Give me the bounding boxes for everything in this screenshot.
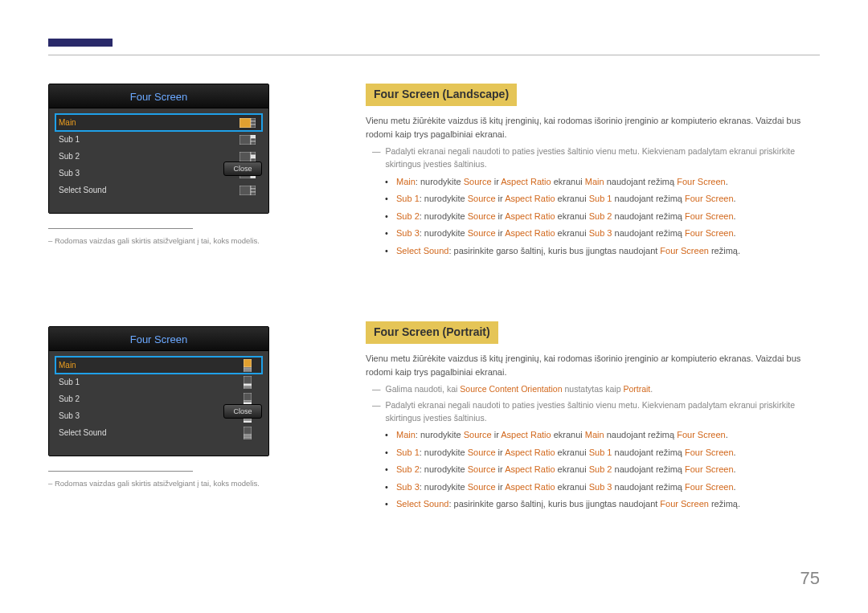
osd-row-label: Main	[55, 118, 152, 127]
svg-rect-2	[251, 121, 256, 125]
note-text: – Rodomas vaizdas gali skirtis atsižvelg…	[48, 236, 260, 245]
layout-sound-portrait-icon	[238, 427, 257, 439]
svg-rect-6	[251, 138, 256, 141]
divider	[48, 55, 820, 55]
bullet-item: Sub 3: nurodykite Source ir Aspect Ratio…	[385, 480, 820, 494]
svg-rect-23	[244, 370, 252, 372]
svg-rect-17	[251, 186, 256, 189]
left-note: – Rodomas vaizdas gali skirtis atsižvelg…	[48, 471, 269, 488]
note: ― Galima naudoti, kai Source Content Ori…	[372, 383, 820, 396]
bullet-item: Sub 1: nurodykite Source ir Aspect Ratio…	[385, 446, 820, 460]
osd-row-select-sound[interactable]: Select Sound	[55, 424, 262, 441]
close-button[interactable]: Close	[223, 161, 262, 176]
bullet-item: Main: nurodykite Source ir Aspect Ratio …	[385, 175, 820, 189]
section-title: Four Screen (Portrait)	[366, 321, 498, 344]
bullet-list: Main: nurodykite Source ir Aspect Ratio …	[385, 428, 820, 511]
svg-rect-34	[244, 419, 252, 421]
svg-rect-36	[244, 427, 252, 435]
svg-rect-24	[244, 376, 252, 384]
svg-rect-39	[244, 438, 252, 439]
osd-row-label: Select Sound	[55, 428, 152, 437]
svg-rect-18	[251, 189, 256, 192]
section-title: Four Screen (Landscape)	[366, 84, 517, 106]
osd-title: Four Screen	[49, 84, 268, 108]
osd-row-label: Main	[55, 361, 152, 370]
osd-row-sub1[interactable]: Sub 1	[55, 131, 262, 148]
svg-rect-26	[244, 386, 252, 387]
page-number: 75	[800, 568, 820, 589]
svg-rect-10	[251, 155, 256, 158]
layout-main-portrait-icon	[238, 360, 257, 371]
section-intro: Vienu metu žiūrėkite vaizdus iš kitų įre…	[366, 352, 820, 378]
bullet-item: Sub 2: nurodykite Source ir Aspect Ratio…	[385, 463, 820, 476]
svg-rect-9	[251, 152, 256, 155]
osd-row-select-sound[interactable]: Select Sound	[55, 182, 262, 198]
left-note: – Rodomas vaizdas gali skirtis atsižvelg…	[48, 228, 269, 246]
bullet-item: Select Sound: pasirinkite garso šaltinį,…	[385, 244, 820, 258]
svg-rect-22	[244, 369, 252, 370]
osd-row-label: Sub 2	[55, 152, 152, 161]
note: ―Padalyti ekranai negali naudoti to pati…	[372, 145, 820, 171]
osd-row-sub1[interactable]: Sub 1	[55, 374, 262, 390]
section-intro: Vienu metu žiūrėkite vaizdus iš kitų įre…	[366, 114, 820, 141]
svg-rect-4	[240, 135, 251, 145]
svg-rect-7	[251, 141, 256, 145]
note-text: – Rodomas vaizdas gali skirtis atsižvelg…	[48, 479, 260, 488]
svg-rect-27	[244, 387, 252, 389]
bullet-item: Select Sound: pasirinkite garso šaltinį,…	[385, 497, 820, 511]
close-button[interactable]: Close	[223, 404, 262, 419]
osd-title: Four Screen	[49, 327, 268, 351]
svg-rect-5	[251, 135, 256, 138]
svg-rect-25	[244, 384, 252, 386]
svg-rect-16	[240, 186, 251, 195]
layout-sub1-portrait-icon	[238, 377, 257, 388]
svg-rect-35	[244, 421, 252, 423]
bullet-item: Sub 1: nurodykite Source ir Aspect Ratio…	[385, 192, 820, 206]
svg-rect-28	[244, 393, 252, 401]
layout-sub1-icon	[238, 134, 257, 145]
bullet-item: Sub 2: nurodykite Source ir Aspect Ratio…	[385, 210, 820, 223]
bullet-item: Sub 3: nurodykite Source ir Aspect Ratio…	[385, 227, 820, 240]
osd-panel-portrait: Four Screen Main Sub 1	[48, 326, 269, 456]
svg-rect-21	[244, 367, 252, 369]
svg-rect-38	[244, 436, 252, 438]
bullet-list: Main: nurodykite Source ir Aspect Ratio …	[385, 175, 820, 258]
svg-rect-19	[251, 192, 256, 195]
osd-row-label: Sub 3	[55, 411, 152, 420]
svg-rect-3	[251, 125, 256, 128]
chapter-indicator	[48, 39, 113, 47]
section-portrait: Four Screen (Portrait) Vienu metu žiūrėk…	[366, 321, 820, 511]
svg-rect-8	[240, 152, 251, 161]
osd-panel-landscape: Four Screen Main Sub 1 Sub 2	[48, 84, 269, 214]
osd-row-label: Sub 2	[55, 394, 152, 403]
svg-rect-1	[251, 118, 256, 121]
layout-main-icon	[238, 117, 257, 129]
layout-sub2-icon	[238, 151, 257, 162]
bullet-item: Main: nurodykite Source ir Aspect Ratio …	[385, 428, 820, 442]
osd-row-label: Select Sound	[55, 186, 152, 194]
svg-rect-11	[251, 158, 256, 161]
note: ―Padalyti ekranai negali naudoti to pati…	[372, 399, 820, 425]
svg-rect-29	[244, 401, 252, 403]
osd-row-label: Sub 1	[55, 378, 152, 386]
osd-row-label: Sub 1	[55, 135, 152, 144]
svg-rect-37	[244, 435, 252, 436]
layout-sub2-portrait-icon	[238, 394, 257, 405]
osd-row-main[interactable]: Main	[55, 114, 262, 131]
osd-row-label: Sub 3	[55, 169, 152, 178]
osd-row-main[interactable]: Main	[55, 357, 262, 374]
section-landscape: Four Screen (Landscape) Vienu metu žiūrė…	[366, 84, 820, 257]
layout-sound-icon	[238, 185, 257, 196]
